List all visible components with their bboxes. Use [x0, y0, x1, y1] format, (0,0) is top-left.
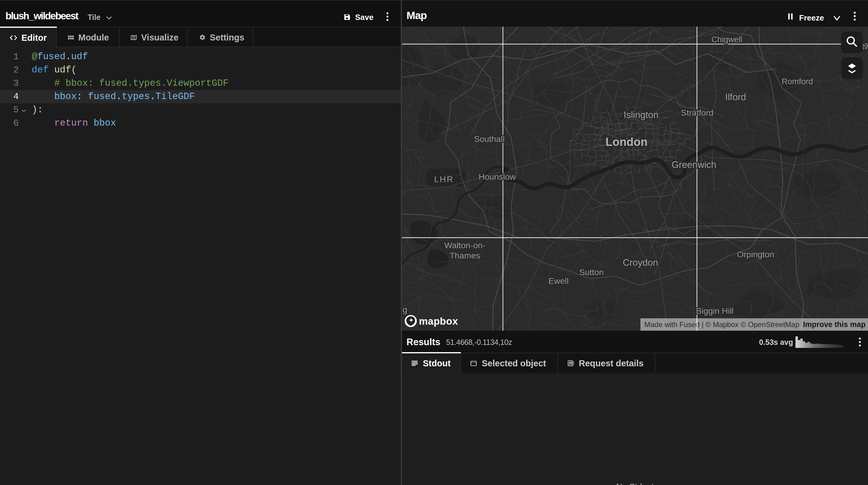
- svg-text:g: g: [403, 305, 407, 314]
- svg-text:Romford: Romford: [781, 77, 813, 86]
- svg-text:Biggin Hill: Biggin Hill: [696, 306, 734, 316]
- svg-text:Ilford: Ilford: [725, 92, 746, 102]
- svg-text:mapbox: mapbox: [419, 316, 458, 327]
- svg-text:Stratford: Stratford: [681, 108, 713, 118]
- svg-text:Greenwich: Greenwich: [672, 159, 716, 170]
- svg-text:Chigwell: Chigwell: [711, 35, 742, 44]
- svg-text:Improve this map: Improve this map: [803, 320, 866, 329]
- svg-text:London: London: [606, 136, 647, 148]
- svg-text:Sutton: Sutton: [579, 267, 604, 277]
- svg-text:Southall: Southall: [474, 134, 504, 144]
- svg-text:Croydon: Croydon: [623, 257, 658, 268]
- svg-text:Orpington: Orpington: [737, 250, 774, 259]
- svg-text:Hounslow: Hounslow: [479, 172, 516, 182]
- svg-text:Islington: Islington: [623, 109, 658, 120]
- svg-text:Ewell: Ewell: [549, 276, 569, 286]
- svg-text:tw: tw: [862, 42, 868, 51]
- svg-text:Thames: Thames: [450, 251, 480, 260]
- svg-text:Walton-on-: Walton-on-: [444, 241, 485, 250]
- svg-text:LHR: LHR: [434, 174, 454, 184]
- svg-text:Made with Fused | © Mapbox © O: Made with Fused | © Mapbox © OpenStreetM…: [644, 320, 799, 329]
